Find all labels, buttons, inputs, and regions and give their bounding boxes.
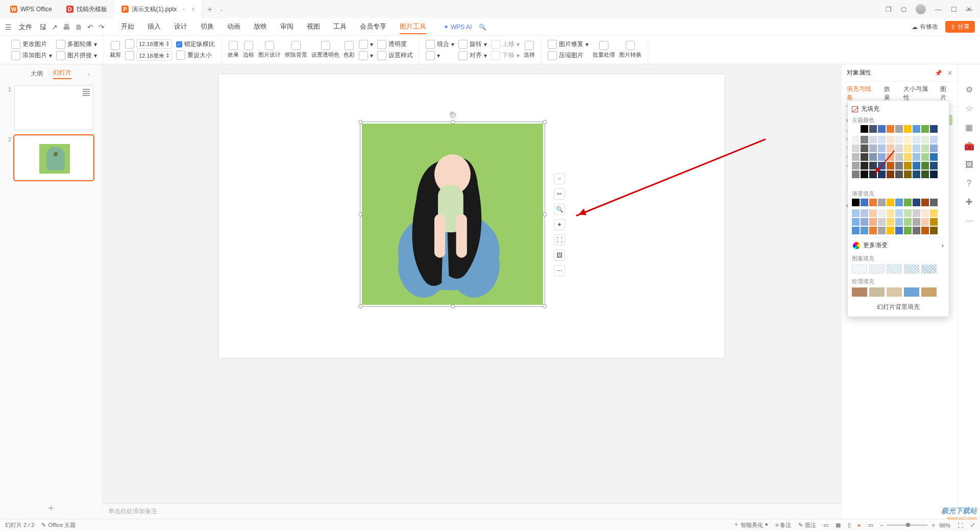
contrast-button[interactable]: ▾ (359, 51, 373, 60)
color-swatch[interactable] (895, 125, 903, 133)
crop-button[interactable]: 裁剪 (110, 41, 121, 59)
color-swatch[interactable] (930, 136, 938, 143)
color-swatch[interactable] (921, 144, 929, 152)
rail-layers-icon[interactable]: ▦ (965, 123, 973, 132)
color-swatch[interactable] (904, 218, 912, 226)
add-slide-button[interactable]: ＋ (0, 497, 102, 519)
color-swatch[interactable] (913, 125, 920, 133)
remove-bg-button[interactable]: 抠除背景 (285, 41, 307, 59)
ungroup-button[interactable]: ▾ (426, 51, 454, 60)
texture-swatch[interactable] (869, 287, 885, 297)
comments-toggle[interactable]: ✎ 批注 (798, 521, 816, 529)
color-swatch[interactable] (852, 144, 860, 152)
file-menu[interactable]: 文件 (19, 22, 32, 32)
resize-handle-e[interactable] (543, 212, 547, 216)
color-swatch[interactable] (869, 144, 877, 152)
color-swatch[interactable] (861, 162, 868, 170)
menu-picture-tools[interactable]: 图片工具 (400, 20, 426, 34)
picture-design-button[interactable]: 图片设计 (258, 41, 281, 59)
view-normal-icon[interactable]: ▭ (823, 522, 828, 528)
tab-slides[interactable]: 幻灯片 (53, 68, 71, 79)
color-swatch[interactable] (904, 199, 912, 206)
rotate-button[interactable]: 旋转 ▾ (458, 40, 487, 49)
color-swatch[interactable] (878, 209, 886, 217)
color-swatch[interactable] (904, 136, 912, 143)
collapse-icon[interactable]: ‹ (88, 70, 90, 78)
border-button[interactable]: 边框 (243, 41, 254, 59)
close-icon[interactable]: ✕ (191, 6, 195, 13)
multi-window-icon[interactable]: ❐ (886, 6, 892, 13)
slide-canvas[interactable]: − ✂ 🔍 ✦ ⛶ 🖼 ⋯ 单击此处添加备注 (102, 64, 841, 519)
color-swatch[interactable] (904, 153, 912, 161)
color-swatch[interactable] (878, 153, 886, 161)
texture-swatch[interactable] (921, 287, 937, 297)
rail-star-icon[interactable]: ☆ (966, 104, 973, 113)
rail-media-icon[interactable]: 🖼 (965, 160, 973, 170)
crop-tool-icon[interactable]: ✂ (554, 188, 565, 200)
rail-help-icon[interactable]: ? (967, 179, 971, 188)
rail-settings-icon[interactable]: ⚙ (966, 85, 973, 94)
fit-screen-icon[interactable]: ⛶ (958, 522, 963, 528)
color-swatch[interactable] (887, 227, 894, 234)
transparency-button[interactable]: 透明度 (377, 40, 413, 49)
avatar[interactable] (916, 4, 926, 14)
color-swatch[interactable] (869, 209, 877, 217)
color-swatch[interactable] (930, 125, 938, 133)
color-swatch[interactable] (887, 218, 894, 226)
pattern-swatch[interactable] (852, 264, 867, 274)
color-swatch[interactable] (852, 136, 860, 143)
tab-wps-office[interactable]: W WPS Office (3, 0, 59, 18)
color-swatch[interactable] (869, 227, 877, 234)
selection-box[interactable]: − ✂ 🔍 ✦ ⛶ 🖼 ⋯ (360, 122, 545, 307)
tab-current-doc[interactable]: P 演示文稿(1).pptx • ✕ (114, 0, 203, 18)
color-swatch[interactable] (930, 162, 938, 170)
height-input[interactable]: 12.18厘米▲▼ (136, 39, 172, 49)
export-icon[interactable]: ↗ (52, 23, 58, 31)
color-swatch[interactable] (887, 171, 894, 178)
resize-handle-w[interactable] (358, 212, 362, 216)
more-gradient-option[interactable]: 更多渐变 › (852, 237, 945, 253)
color-swatch[interactable] (913, 227, 920, 234)
color-swatch[interactable] (904, 171, 912, 178)
color-swatch[interactable] (930, 199, 938, 206)
menu-slideshow[interactable]: 放映 (254, 20, 267, 34)
view-presenter-icon[interactable]: ▭ (868, 522, 873, 528)
color-swatch[interactable] (878, 227, 886, 234)
color-swatch[interactable] (913, 209, 920, 217)
zoom-out-icon[interactable]: − (554, 173, 565, 184)
view-slideshow-icon[interactable]: ▸ (858, 522, 861, 528)
rail-plugin-icon[interactable]: ✚ (966, 197, 972, 207)
cube-icon[interactable]: ⬡ (901, 6, 906, 13)
pic-tool-icon[interactable]: 🖼 (554, 250, 565, 261)
color-swatch[interactable] (852, 227, 860, 234)
color-swatch[interactable] (921, 218, 929, 226)
preview-icon[interactable]: 🗎 (75, 23, 82, 31)
close-panel-icon[interactable]: ✕ (947, 69, 952, 77)
color-swatch[interactable] (921, 136, 929, 143)
set-style-button[interactable]: 设置样式 (377, 51, 413, 60)
resize-handle-ne[interactable] (543, 120, 547, 124)
color-swatch[interactable] (852, 162, 860, 170)
color-swatch[interactable] (852, 125, 860, 133)
resize-handle-sw[interactable] (358, 304, 362, 308)
color-swatch[interactable] (921, 153, 929, 161)
color-swatch[interactable] (895, 162, 903, 170)
resize-handle-s[interactable] (451, 304, 455, 308)
color-swatch[interactable] (878, 218, 886, 226)
send-backward-button[interactable]: 下移 ▾ (491, 51, 520, 60)
no-fill-option[interactable]: 无填充 (852, 105, 945, 113)
slide-bg-fill-option[interactable]: 幻灯片背景填充 (852, 301, 945, 312)
color-swatch[interactable] (895, 136, 903, 143)
color-swatch[interactable] (869, 199, 877, 206)
group-button[interactable]: 组合 ▾ (426, 40, 454, 49)
add-picture-button[interactable]: 添加图片 ▾ (11, 51, 52, 60)
color-swatch[interactable] (887, 162, 894, 170)
share-button[interactable]: ⇪分享 (945, 21, 975, 33)
menu-insert[interactable]: 插入 (148, 20, 161, 34)
color-swatch[interactable] (921, 125, 929, 133)
resize-handle-se[interactable] (543, 304, 547, 308)
zoom-in-icon[interactable]: 🔍 (554, 204, 565, 215)
undo-icon[interactable]: ↶ (87, 23, 93, 31)
color-swatch[interactable] (921, 199, 929, 206)
color-swatch[interactable] (861, 144, 868, 152)
